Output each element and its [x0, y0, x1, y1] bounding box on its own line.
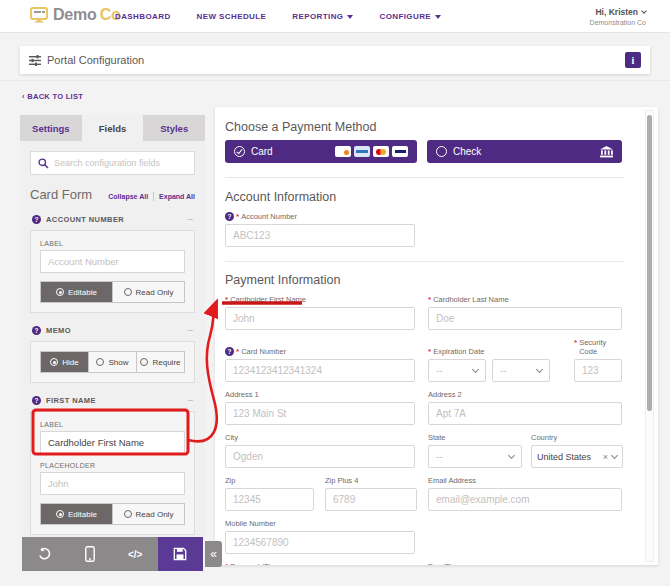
help-icon: ?: [32, 215, 41, 224]
editable-option[interactable]: Editable: [41, 282, 112, 302]
hide-option[interactable]: Hide: [41, 352, 88, 372]
radio-icon: [50, 358, 58, 366]
check-method-button[interactable]: Check: [427, 140, 622, 163]
mobile-preview-button[interactable]: [67, 537, 112, 571]
collapse-section-icon[interactable]: –: [188, 214, 193, 224]
tab-styles[interactable]: Styles: [143, 115, 205, 141]
address1-input[interactable]: [225, 402, 415, 425]
scrollbar-track[interactable]: [645, 110, 654, 562]
nav-configure[interactable]: CONFIGURE: [379, 12, 441, 21]
country-select[interactable]: United States ×: [531, 445, 623, 468]
section-title: FIRST NAME: [46, 396, 96, 405]
scrollbar-thumb[interactable]: [647, 115, 652, 411]
amex-card-icon: [354, 146, 370, 157]
code-icon: </>: [128, 549, 142, 560]
nav-dashboard[interactable]: DASHBOARD: [115, 12, 171, 21]
expand-all-link[interactable]: Expand All: [159, 193, 195, 200]
city-input[interactable]: [225, 445, 415, 468]
info-button[interactable]: i: [625, 52, 641, 68]
section-header-memo[interactable]: ? MEMO –: [30, 325, 195, 335]
first-name-label-input[interactable]: [40, 431, 185, 454]
tab-settings[interactable]: Settings: [20, 115, 82, 141]
cardholder-last-name-input[interactable]: [428, 307, 622, 330]
radio-icon: [140, 358, 148, 366]
card-number-input[interactable]: [225, 359, 415, 382]
state-select[interactable]: --: [428, 445, 522, 468]
security-code-input[interactable]: [574, 359, 622, 382]
form-preview-panel: Choose a Payment Method Card Check: [215, 107, 658, 565]
require-option[interactable]: Require: [136, 352, 184, 372]
section-card-account-number: LABEL Editable Read Only: [30, 230, 195, 313]
city-label: City: [225, 433, 415, 442]
card-brand-icons: [335, 146, 408, 157]
tab-fields[interactable]: Fields: [82, 115, 144, 141]
cardholder-first-name-input[interactable]: [225, 307, 415, 330]
section-header-account-number[interactable]: ? ACCOUNT NUMBER –: [30, 214, 195, 224]
back-to-list-link[interactable]: ‹ BACK TO LIST: [22, 92, 83, 101]
required-asterisk: *: [225, 562, 228, 565]
nav-reporting[interactable]: REPORTING: [292, 12, 353, 21]
show-option[interactable]: Show: [88, 352, 136, 372]
collapse-all-link[interactable]: Collapse All: [108, 193, 148, 200]
radio-unchecked-icon: [436, 146, 447, 157]
panel-body: Card Form Collapse All Expand All ? ACCO…: [20, 141, 205, 537]
option-label: Require: [152, 358, 180, 367]
section-header-first-name[interactable]: ? FIRST NAME –: [30, 395, 195, 405]
app-logo[interactable]: DemoCo: [30, 6, 121, 24]
search-input[interactable]: [54, 158, 187, 168]
monitor-logo-icon: [30, 7, 50, 23]
read-only-option[interactable]: Read Only: [112, 282, 184, 302]
chevron-down-icon: [472, 365, 479, 372]
card-method-button[interactable]: Card: [225, 140, 417, 163]
save-button[interactable]: [158, 537, 203, 571]
mobile-number-input[interactable]: [225, 531, 415, 554]
clear-icon[interactable]: ×: [603, 452, 608, 462]
form-row: Mobile Number: [225, 519, 624, 554]
divider: [225, 177, 624, 178]
editable-toggle: Editable Read Only: [40, 503, 185, 525]
nav-label: DASHBOARD: [115, 12, 171, 21]
payment-method-heading: Choose a Payment Method: [225, 120, 624, 134]
bank-icon: [600, 146, 613, 158]
zip-plus4-label: Zip Plus 4: [325, 476, 417, 485]
address2-input[interactable]: [428, 402, 622, 425]
account-number-input[interactable]: [225, 224, 415, 247]
option-label: Show: [108, 358, 128, 367]
editable-option[interactable]: Editable: [41, 504, 112, 524]
collapse-panel-button[interactable]: «: [205, 541, 222, 567]
expiration-month-select[interactable]: --: [428, 359, 486, 382]
expiration-year-select[interactable]: --: [492, 359, 550, 382]
code-view-button[interactable]: </>: [113, 537, 158, 571]
sliders-icon: [29, 55, 41, 66]
nav-new-schedule[interactable]: NEW SCHEDULE: [197, 12, 267, 21]
read-only-option[interactable]: Read Only: [112, 504, 184, 524]
email-input[interactable]: [428, 488, 622, 511]
option-label: Editable: [68, 288, 97, 297]
chevron-down-icon: [611, 451, 618, 458]
collapse-section-icon[interactable]: –: [188, 325, 193, 335]
help-icon: ?: [225, 212, 234, 221]
account-number-label-input[interactable]: [40, 250, 185, 273]
portal-config-bar: Portal Configuration i: [20, 46, 650, 74]
zip-input[interactable]: [225, 488, 314, 511]
label-caption: LABEL: [40, 240, 185, 247]
payment-method-buttons: Card Check: [225, 140, 624, 163]
help-icon: ?: [32, 326, 41, 335]
check-method-label: Check: [453, 146, 481, 157]
section-card-first-name: LABEL PLACEHOLDER Editable Read Only: [30, 411, 195, 535]
collapse-section-icon[interactable]: –: [188, 395, 193, 405]
fee-label: Fee ($): [428, 562, 622, 565]
required-asterisk: *: [236, 347, 239, 356]
form-row: ? * Account Number: [225, 212, 624, 247]
chevron-down-icon: [508, 451, 515, 458]
form-title: Card Form: [30, 187, 92, 202]
chevron-down-icon: [641, 8, 647, 14]
user-menu[interactable]: Hi, Kristen: [590, 7, 646, 17]
first-name-placeholder-input[interactable]: [40, 472, 185, 495]
logo-text-demo: Demo: [53, 6, 97, 24]
radio-icon: [124, 288, 132, 296]
zip-plus4-input[interactable]: [325, 488, 417, 511]
nav-label: CONFIGURE: [379, 12, 431, 21]
undo-button[interactable]: [22, 537, 67, 571]
panel-tabs: Settings Fields Styles: [20, 115, 205, 141]
